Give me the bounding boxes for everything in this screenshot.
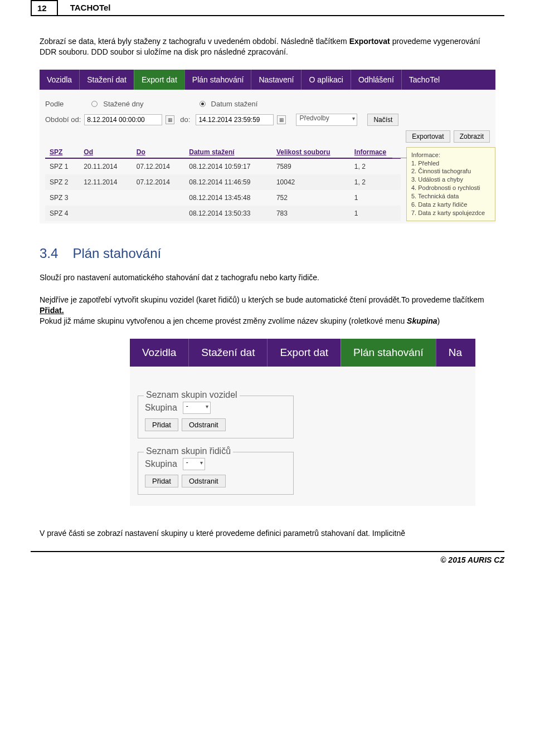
cell: SPZ 3 [45,190,79,206]
pridat-vozidel-button[interactable]: Přidat [145,418,178,431]
page-number: 12 [31,0,58,16]
pridat-ridicu-button[interactable]: Přidat [145,475,178,487]
legend-ridicu: Seznam skupin řidičů [144,446,233,456]
nav-vozidla[interactable]: Vozidla [40,70,79,90]
intro-text-1: Zobrazí se data, která byly staženy z ta… [40,37,349,46]
nav-odhlaseni[interactable]: Odhlášení [351,70,401,90]
label-podle: Podle [45,100,64,108]
nav-secondary: Vozidla Stažení dat Export dat Plán stah… [130,339,475,367]
tooltip-item: 6. Data z karty řidiče [411,201,490,209]
para3-b1: Přidat. [40,306,64,315]
screenshot-plan-stahovani: Vozidla Stažení dat Export dat Plán stah… [130,339,475,506]
page-header: 12 TACHOTel [31,0,504,16]
nav2-na[interactable]: Na [436,339,474,367]
nav2-export-dat[interactable]: Export dat [267,339,341,367]
tooltip-item: 4. Podrobnosti o rychlosti [411,184,490,192]
select-skupina-vozidel[interactable]: - [183,402,211,414]
section-heading: 3.4 Plán stahování [40,246,495,261]
legend-vozidel: Seznam skupin vozidel [144,390,240,400]
label-datum-stazeni: Datum stažení [211,100,258,108]
cell: 1, 2 [350,158,401,174]
table-header-row: SPZ Od Do Datum stažení Velikost souboru… [45,146,401,158]
odstranit-vozidel-button[interactable]: Odstranit [182,418,226,431]
tooltip-item: 1. Přehled [411,159,490,168]
exportovat-button[interactable]: Exportovat [406,130,450,143]
nav-primary: Vozidla Stažení dat Export dat Plán stah… [40,70,495,90]
para3-t3: ) [437,316,440,325]
radio-datum-stazeni[interactable] [200,101,206,107]
input-to-date[interactable] [196,114,274,125]
nav2-plan-stahovani[interactable]: Plán stahování [341,339,436,367]
nav-export-dat[interactable]: Export dat [134,70,184,90]
para-3: Nejdříve je zapotřebí vytvořit skupinu v… [40,295,495,326]
filter-row-2: Období od: ▦ do: ▦ Předvolby Načíst [40,111,495,130]
cell [79,190,132,206]
page-footer: © 2015 AURIS CZ [31,551,504,564]
cell: SPZ 1 [45,158,79,174]
cell: 07.12.2014 [132,158,184,174]
cell [79,206,132,221]
tooltip-item: 3. Události a chyby [411,175,490,184]
cell: 752 [272,190,350,206]
tooltip-title: Informace: [411,151,490,159]
cell: 08.12.2014 10:59:17 [184,158,272,174]
screenshot-export-dat: Vozidla Stažení dat Export dat Plán stah… [40,70,495,223]
cell: 10042 [272,174,350,190]
cell: 1, 2 [350,174,401,190]
nav-nastaveni[interactable]: Nastavení [251,70,301,90]
intro-bold-1: Exportovat [349,37,390,46]
info-tooltip: Informace: 1. Přehled 2. Činnosti tachog… [406,147,495,221]
callout-line [392,158,407,158]
nacist-button[interactable]: Načíst [367,114,398,126]
para3-t2: Pokud již máme skupinu vytvořenou a jen … [40,316,407,325]
calendar-icon[interactable]: ▦ [166,115,174,124]
para-2: Slouží pro nastavení automatického staho… [40,272,495,283]
th-velikost[interactable]: Velikost souboru [272,146,350,158]
cell: 1 [350,190,401,206]
radio-stazene-dny[interactable] [91,101,98,107]
para3-b2: Skupina [407,316,437,325]
label-skupina-1: Skupina [145,403,177,413]
nav-tachotel[interactable]: TachoTel [401,70,447,90]
nav-plan-stahovani[interactable]: Plán stahování [184,70,251,90]
tooltip-item: 5. Technická data [411,192,490,201]
tooltip-item: 2. Činnosti tachografu [411,167,490,175]
section-number: 3.4 [40,246,58,261]
select-skupina-ridicu[interactable]: - [183,458,205,470]
cell: 08.12.2014 13:50:33 [184,206,272,221]
th-od[interactable]: Od [79,146,132,158]
page-title: TACHOTel [70,3,111,12]
cell: 20.11.2014 [79,158,132,174]
odstranit-ridicu-button[interactable]: Odstranit [182,475,226,487]
cell: 7589 [272,158,350,174]
calendar-icon[interactable]: ▦ [277,115,286,124]
zobrazit-button[interactable]: Zobrazit [454,130,490,143]
tooltip-item: 7. Data z karty spolujezdce [411,209,490,217]
cell: 08.12.2014 13:45:48 [184,190,272,206]
input-from-date[interactable] [84,114,162,125]
nav2-stazeni-dat[interactable]: Stažení dat [188,339,267,367]
filter-row-1: Podle Stažené dny Datum stažení [40,90,495,111]
label-obdobi-od: Období od: [45,115,81,124]
cell: SPZ 4 [45,206,79,221]
section-title: Plán stahování [72,246,161,261]
th-spz[interactable]: SPZ [45,146,79,158]
th-informace[interactable]: Informace [350,146,401,158]
label-skupina-2: Skupina [145,459,177,469]
cell: 08.12.2014 11:46:59 [184,174,272,190]
nav2-vozidla[interactable]: Vozidla [130,339,188,367]
cell: 1 [350,206,401,221]
cell: 07.12.2014 [132,174,184,190]
para3-t1: Nejdříve je zapotřebí vytvořit skupinu v… [40,295,484,304]
intro-paragraph: Zobrazí se data, která byly staženy z ta… [40,36,495,57]
select-predvolby[interactable]: Předvolby [296,114,357,126]
label-stazene-dny: Stažené dny [103,100,143,108]
cell [132,190,184,206]
last-paragraph: V pravé části se zobrazí nastavení skupi… [40,528,495,539]
th-do[interactable]: Do [132,146,184,158]
nav-stazeni-dat[interactable]: Stažení dat [79,70,134,90]
nav-o-aplikaci[interactable]: O aplikaci [301,70,350,90]
data-table: SPZ Od Do Datum stažení Velikost souboru… [45,146,401,221]
table-row: SPZ 4 08.12.2014 13:50:33 783 1 [45,206,401,221]
th-datum-stazeni[interactable]: Datum stažení [184,146,272,158]
